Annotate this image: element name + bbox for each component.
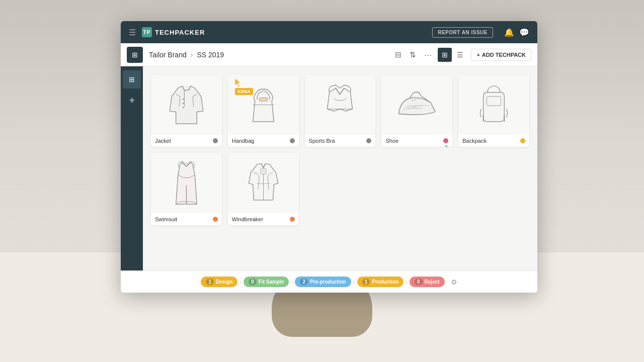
back-icon[interactable]: ⊞ xyxy=(127,47,143,63)
jacket-label: Jacket xyxy=(151,135,222,147)
handbag-image xyxy=(228,74,299,135)
svg-rect-8 xyxy=(183,103,184,104)
swimsuit-status-dot xyxy=(213,217,218,222)
sidebar-item-2[interactable]: ◈ xyxy=(123,90,141,109)
add-icon: + xyxy=(476,52,479,58)
handbag-status-dot xyxy=(290,138,295,143)
handbag-label: Handbag xyxy=(228,135,299,147)
app-name: TECHPACKER xyxy=(155,29,205,36)
item-card-sportsbra[interactable]: Sports Bra xyxy=(305,74,376,147)
main-content: ⊞ ◈ xyxy=(121,66,537,270)
item-card-backpack[interactable]: Backpack xyxy=(458,74,529,147)
menu-icon[interactable]: ☰ xyxy=(129,28,136,37)
windbreaker-label: Windbreaker xyxy=(228,213,299,225)
svg-rect-20 xyxy=(260,168,266,174)
shoe-status-dot xyxy=(443,138,448,143)
filter-icon[interactable]: ⊟ xyxy=(393,48,404,61)
breadcrumb-separator: › xyxy=(191,51,193,59)
svg-rect-9 xyxy=(183,107,184,108)
arrow-1: › xyxy=(239,279,242,286)
shoe-name: Shoe xyxy=(385,138,398,144)
sportsbra-image xyxy=(305,74,376,135)
logo-icon: TP xyxy=(142,27,152,37)
item-card-handbag[interactable]: ANNA Handbag xyxy=(228,74,299,147)
notifications-button[interactable]: 🔔 xyxy=(504,28,514,37)
report-issue-button[interactable]: REPORT AN ISSUE xyxy=(432,27,493,38)
sportsbra-name: Sports Bra xyxy=(309,138,335,144)
backpack-status-dot xyxy=(520,138,525,143)
settings-icon[interactable]: ⚙ xyxy=(451,278,457,286)
shoe-image xyxy=(381,74,452,135)
navbar: ☰ TP TECHPACKER REPORT AN ISSUE 🔔 💬 xyxy=(121,21,537,43)
view-toggle: ⊞ ☰ xyxy=(438,48,467,62)
grid-view-button[interactable]: ⊞ xyxy=(438,48,452,62)
arrow-4: › xyxy=(406,279,408,286)
brand-breadcrumb[interactable]: Tailor Brand xyxy=(149,51,187,59)
status-reject[interactable]: 0 Reject xyxy=(410,277,445,287)
subheader: ⊞ Tailor Brand › SS 2019 ⊟ ⇅ ⋯ ⊞ ☰ + ADD… xyxy=(121,43,537,66)
items-grid: Jacket ANNA xyxy=(151,74,529,225)
feedback-button[interactable]: 💬 xyxy=(519,28,529,37)
svg-rect-7 xyxy=(183,99,184,100)
swimsuit-image xyxy=(151,153,222,213)
add-techpack-button[interactable]: + ADD TECHPACK xyxy=(471,49,531,61)
status-production[interactable]: 1 Production xyxy=(357,277,404,287)
svg-rect-11 xyxy=(259,98,268,101)
backpack-name: Backpack xyxy=(462,138,487,144)
jacket-image xyxy=(151,74,222,135)
item-card-windbreaker[interactable]: SHIVI Windbre xyxy=(228,153,299,225)
status-preproduction[interactable]: 2 Pre-production xyxy=(295,277,351,287)
items-grid-area: Jacket ANNA xyxy=(143,66,537,270)
shoe-label: Shoe xyxy=(381,135,452,147)
status-bar: 1 Design › 0 Fit Sample › 2 Pre-producti… xyxy=(121,270,537,293)
item-card-swimsuit[interactable]: Swimsuit xyxy=(151,153,222,225)
sportsbra-label: Sports Bra xyxy=(305,135,376,147)
item-card-jacket[interactable]: Jacket xyxy=(151,74,222,147)
swimsuit-label: Swimsuit xyxy=(151,213,222,225)
status-design[interactable]: 1 Design xyxy=(201,277,237,287)
arrow-2: › xyxy=(291,279,293,286)
subheader-actions: ⊟ ⇅ ⋯ ⊞ ☰ + ADD TECHPACK xyxy=(393,48,531,62)
sportsbra-status-dot xyxy=(366,138,371,143)
season-breadcrumb[interactable]: SS 2019 xyxy=(197,51,224,59)
windbreaker-status-dot xyxy=(290,217,295,222)
more-icon[interactable]: ⋯ xyxy=(422,48,434,61)
handbag-name: Handbag xyxy=(232,138,255,144)
backpack-label: Backpack xyxy=(458,135,529,147)
windbreaker-image xyxy=(228,153,299,213)
jacket-status-dot xyxy=(213,138,218,143)
arrow-3: › xyxy=(353,279,355,286)
app-logo: TP TECHPACKER xyxy=(142,27,205,37)
backpack-image xyxy=(458,74,529,135)
item-card-shoe[interactable]: Shoe SARAH xyxy=(381,74,452,147)
app-window: ☰ TP TECHPACKER REPORT AN ISSUE 🔔 💬 ⊞ Ta… xyxy=(121,21,537,293)
sort-icon[interactable]: ⇅ xyxy=(408,48,418,61)
jacket-name: Jacket xyxy=(155,138,171,144)
sidebar: ⊞ ◈ xyxy=(121,66,143,270)
status-fitsample[interactable]: 0 Fit Sample xyxy=(244,277,289,287)
sidebar-item-home[interactable]: ⊞ xyxy=(123,70,141,88)
swimsuit-name: Swimsuit xyxy=(155,216,177,222)
windbreaker-name: Windbreaker xyxy=(232,216,263,222)
list-view-button[interactable]: ☰ xyxy=(453,48,467,62)
